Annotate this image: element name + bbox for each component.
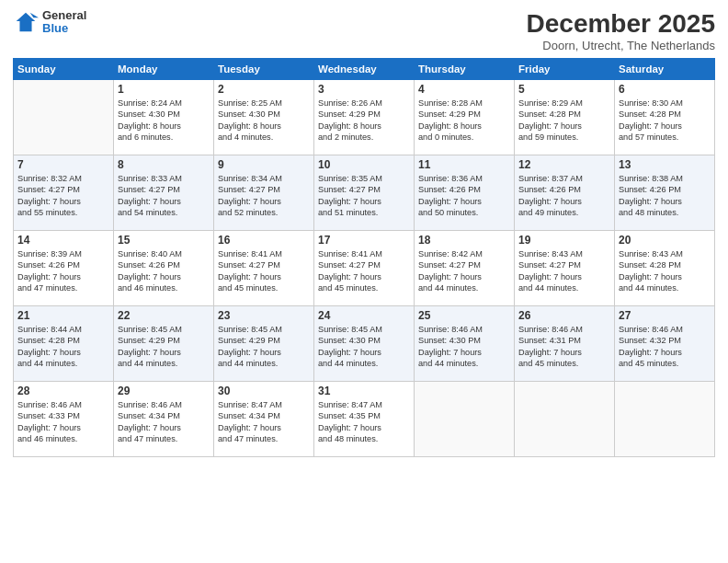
table-row — [14, 80, 114, 155]
header-sunday: Sunday — [14, 59, 114, 80]
day-number: 15 — [118, 234, 210, 247]
table-row: 10Sunrise: 8:35 AMSunset: 4:27 PMDayligh… — [314, 155, 415, 231]
cell-info: Sunrise: 8:34 AMSunset: 4:27 PMDaylight:… — [218, 173, 310, 219]
calendar-header: Sunday Monday Tuesday Wednesday Thursday… — [14, 59, 715, 80]
table-row: 7Sunrise: 8:32 AMSunset: 4:27 PMDaylight… — [14, 155, 114, 231]
day-number: 5 — [518, 83, 610, 96]
logo-general-text: General — [42, 9, 86, 22]
cell-info: Sunrise: 8:45 AMSunset: 4:30 PMDaylight:… — [318, 324, 410, 370]
table-row: 19Sunrise: 8:43 AMSunset: 4:27 PMDayligh… — [515, 231, 615, 306]
day-number: 9 — [218, 158, 310, 171]
table-row: 18Sunrise: 8:42 AMSunset: 4:27 PMDayligh… — [415, 231, 515, 306]
cell-info: Sunrise: 8:44 AMSunset: 4:28 PMDaylight:… — [17, 324, 109, 370]
table-row: 22Sunrise: 8:45 AMSunset: 4:29 PMDayligh… — [114, 306, 214, 382]
day-number: 14 — [17, 234, 109, 247]
table-row: 3Sunrise: 8:26 AMSunset: 4:29 PMDaylight… — [314, 80, 415, 155]
table-row: 29Sunrise: 8:46 AMSunset: 4:34 PMDayligh… — [114, 382, 214, 457]
cell-info: Sunrise: 8:42 AMSunset: 4:27 PMDaylight:… — [418, 248, 510, 294]
calendar-week-row: 21Sunrise: 8:44 AMSunset: 4:28 PMDayligh… — [14, 306, 715, 382]
day-number: 25 — [418, 309, 510, 322]
cell-info: Sunrise: 8:46 AMSunset: 4:31 PMDaylight:… — [518, 324, 610, 370]
cell-info: Sunrise: 8:36 AMSunset: 4:26 PMDaylight:… — [418, 173, 510, 219]
table-row: 17Sunrise: 8:41 AMSunset: 4:27 PMDayligh… — [314, 231, 415, 306]
table-row: 25Sunrise: 8:46 AMSunset: 4:30 PMDayligh… — [415, 306, 515, 382]
cell-info: Sunrise: 8:41 AMSunset: 4:27 PMDaylight:… — [218, 248, 310, 294]
cell-info: Sunrise: 8:26 AMSunset: 4:29 PMDaylight:… — [318, 98, 410, 144]
day-number: 27 — [619, 309, 711, 322]
day-number: 16 — [218, 234, 310, 247]
calendar-week-row: 28Sunrise: 8:46 AMSunset: 4:33 PMDayligh… — [14, 382, 715, 457]
cell-info: Sunrise: 8:35 AMSunset: 4:27 PMDaylight:… — [318, 173, 410, 219]
table-row: 20Sunrise: 8:43 AMSunset: 4:28 PMDayligh… — [615, 231, 715, 306]
day-number: 17 — [318, 234, 410, 247]
table-row: 5Sunrise: 8:29 AMSunset: 4:28 PMDaylight… — [515, 80, 615, 155]
cell-info: Sunrise: 8:46 AMSunset: 4:32 PMDaylight:… — [619, 324, 711, 370]
cell-info: Sunrise: 8:32 AMSunset: 4:27 PMDaylight:… — [17, 173, 109, 219]
cell-info: Sunrise: 8:30 AMSunset: 4:28 PMDaylight:… — [619, 98, 711, 144]
day-number: 1 — [118, 83, 210, 96]
calendar-container: General Blue December 2025 Doorn, Utrech… — [0, 0, 728, 563]
cell-info: Sunrise: 8:47 AMSunset: 4:35 PMDaylight:… — [318, 399, 410, 445]
day-number: 22 — [118, 309, 210, 322]
header-thursday: Thursday — [415, 59, 515, 80]
day-number: 11 — [418, 158, 510, 171]
table-row: 2Sunrise: 8:25 AMSunset: 4:30 PMDaylight… — [214, 80, 314, 155]
day-number: 20 — [619, 234, 711, 247]
table-row — [415, 382, 515, 457]
table-row: 27Sunrise: 8:46 AMSunset: 4:32 PMDayligh… — [615, 306, 715, 382]
table-row: 23Sunrise: 8:45 AMSunset: 4:29 PMDayligh… — [214, 306, 314, 382]
day-number: 13 — [619, 158, 711, 171]
day-number: 10 — [318, 158, 410, 171]
title-block: December 2025 Doorn, Utrecht, The Nether… — [527, 9, 715, 52]
calendar-week-row: 14Sunrise: 8:39 AMSunset: 4:26 PMDayligh… — [14, 231, 715, 306]
table-row: 13Sunrise: 8:38 AMSunset: 4:26 PMDayligh… — [615, 155, 715, 231]
table-row: 24Sunrise: 8:45 AMSunset: 4:30 PMDayligh… — [314, 306, 415, 382]
table-row: 30Sunrise: 8:47 AMSunset: 4:34 PMDayligh… — [214, 382, 314, 457]
day-number: 2 — [218, 83, 310, 96]
cell-info: Sunrise: 8:38 AMSunset: 4:26 PMDaylight:… — [619, 173, 711, 219]
cell-info: Sunrise: 8:28 AMSunset: 4:29 PMDaylight:… — [418, 98, 510, 144]
table-row: 11Sunrise: 8:36 AMSunset: 4:26 PMDayligh… — [415, 155, 515, 231]
cell-info: Sunrise: 8:47 AMSunset: 4:34 PMDaylight:… — [218, 399, 310, 445]
header: General Blue December 2025 Doorn, Utrech… — [13, 9, 715, 52]
cell-info: Sunrise: 8:40 AMSunset: 4:26 PMDaylight:… — [118, 248, 210, 294]
cell-info: Sunrise: 8:46 AMSunset: 4:33 PMDaylight:… — [17, 399, 109, 445]
header-saturday: Saturday — [615, 59, 715, 80]
table-row: 4Sunrise: 8:28 AMSunset: 4:29 PMDaylight… — [415, 80, 515, 155]
cell-info: Sunrise: 8:41 AMSunset: 4:27 PMDaylight:… — [318, 248, 410, 294]
day-number: 8 — [118, 158, 210, 171]
table-row: 31Sunrise: 8:47 AMSunset: 4:35 PMDayligh… — [314, 382, 415, 457]
day-number: 18 — [418, 234, 510, 247]
table-row: 8Sunrise: 8:33 AMSunset: 4:27 PMDaylight… — [114, 155, 214, 231]
day-number: 6 — [619, 83, 711, 96]
table-row: 14Sunrise: 8:39 AMSunset: 4:26 PMDayligh… — [14, 231, 114, 306]
table-row: 12Sunrise: 8:37 AMSunset: 4:26 PMDayligh… — [515, 155, 615, 231]
cell-info: Sunrise: 8:46 AMSunset: 4:30 PMDaylight:… — [418, 324, 510, 370]
day-number: 28 — [17, 385, 109, 397]
logo-blue-text: Blue — [42, 22, 86, 35]
day-number: 23 — [218, 309, 310, 322]
logo-icon — [13, 9, 39, 35]
cell-info: Sunrise: 8:33 AMSunset: 4:27 PMDaylight:… — [118, 173, 210, 219]
table-row: 6Sunrise: 8:30 AMSunset: 4:28 PMDaylight… — [615, 80, 715, 155]
day-number: 31 — [318, 385, 410, 397]
day-number: 30 — [218, 385, 310, 397]
table-row: 15Sunrise: 8:40 AMSunset: 4:26 PMDayligh… — [114, 231, 214, 306]
header-monday: Monday — [114, 59, 214, 80]
table-row: 16Sunrise: 8:41 AMSunset: 4:27 PMDayligh… — [214, 231, 314, 306]
table-row: 9Sunrise: 8:34 AMSunset: 4:27 PMDaylight… — [214, 155, 314, 231]
header-tuesday: Tuesday — [214, 59, 314, 80]
table-row — [615, 382, 715, 457]
header-wednesday: Wednesday — [314, 59, 415, 80]
header-row: Sunday Monday Tuesday Wednesday Thursday… — [14, 59, 715, 80]
table-row — [515, 382, 615, 457]
logo-text: General Blue — [42, 9, 86, 36]
calendar-body: 1Sunrise: 8:24 AMSunset: 4:30 PMDaylight… — [14, 80, 715, 457]
table-row: 21Sunrise: 8:44 AMSunset: 4:28 PMDayligh… — [14, 306, 114, 382]
day-number: 12 — [518, 158, 610, 171]
cell-info: Sunrise: 8:46 AMSunset: 4:34 PMDaylight:… — [118, 399, 210, 445]
cell-info: Sunrise: 8:37 AMSunset: 4:26 PMDaylight:… — [518, 173, 610, 219]
day-number: 29 — [118, 385, 210, 397]
table-row: 26Sunrise: 8:46 AMSunset: 4:31 PMDayligh… — [515, 306, 615, 382]
day-number: 19 — [518, 234, 610, 247]
